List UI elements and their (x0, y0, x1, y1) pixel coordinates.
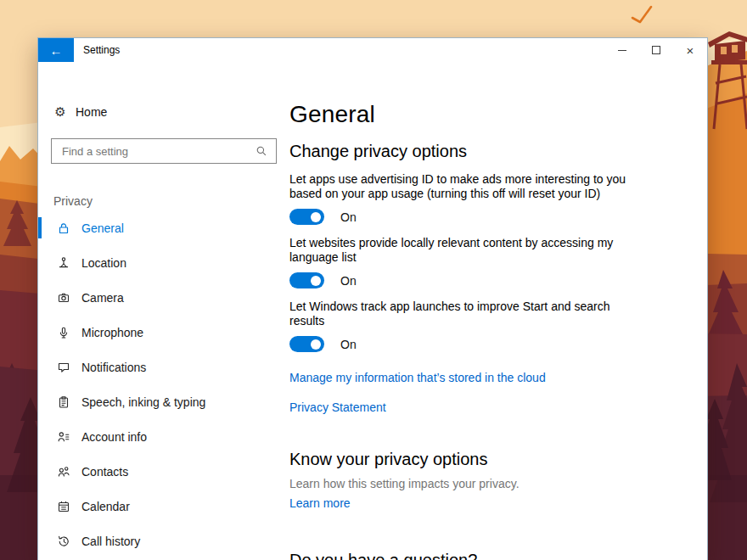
toggle-knob (311, 339, 321, 350)
people-icon (57, 465, 70, 479)
know-privacy-options-description: Learn how this setting impacts your priv… (289, 477, 707, 490)
minimize-button[interactable] (605, 38, 639, 62)
back-arrow-icon: ← (50, 43, 63, 58)
toggle-state-label: On (340, 338, 357, 351)
sidebar-section-header: Privacy (38, 194, 289, 210)
know-privacy-options-title: Know your privacy options (289, 450, 707, 469)
sidebar-item-label: Location (81, 256, 126, 270)
setting-description: Let apps use advertising ID to make ads … (289, 172, 646, 201)
camera-icon (57, 291, 70, 305)
sidebar-item-account-info[interactable]: Account info (38, 419, 289, 454)
calendar-icon (57, 500, 70, 513)
sidebar-item-label: Contacts (81, 465, 128, 479)
sidebar-item-calendar[interactable]: Calendar (38, 489, 289, 524)
toggle-knob (311, 212, 321, 222)
sidebar-item-contacts[interactable]: Contacts (38, 454, 289, 489)
search-input[interactable] (60, 144, 255, 159)
sidebar-item-label: General (81, 221, 124, 235)
setting-description: Let websites provide locally relevant co… (289, 236, 646, 265)
maximize-button[interactable] (639, 38, 673, 62)
search-icon (255, 144, 268, 158)
window-title: Settings (83, 44, 120, 56)
close-icon: × (687, 44, 694, 57)
language-list-toggle[interactable] (289, 272, 324, 288)
sidebar-item-location[interactable]: Location (38, 245, 289, 280)
learn-more-link[interactable]: Learn more (289, 496, 351, 510)
sidebar-item-label: Notifications (81, 361, 146, 374)
person-list-icon (57, 430, 70, 444)
back-button[interactable]: ← (38, 38, 74, 62)
sidebar-item-label: Camera (81, 291, 124, 305)
manage-cloud-info-link[interactable]: Manage my information that’s stored in t… (289, 371, 546, 384)
sidebar-item-camera[interactable]: Camera (38, 280, 289, 315)
sidebar-item-call-history[interactable]: Call history (38, 524, 289, 558)
sidebar-home-label: Home (76, 105, 107, 119)
sidebar-item-microphone[interactable]: Microphone (38, 315, 289, 350)
sidebar-item-speech-inking-typing[interactable]: Speech, inking & typing (38, 384, 289, 419)
privacy-statement-link[interactable]: Privacy Statement (289, 400, 386, 414)
page-title: General (289, 101, 707, 128)
close-button[interactable]: × (673, 38, 707, 62)
clipboard-icon (57, 395, 70, 409)
toggle-state-label: On (340, 210, 357, 224)
selected-indicator (38, 217, 42, 238)
microphone-icon (57, 326, 70, 339)
settings-main-content: General Change privacy options Let apps … (289, 62, 707, 560)
sidebar-item-label: Call history (81, 535, 140, 548)
toggle-state-label: On (340, 274, 357, 288)
sidebar-item-label: Calendar (81, 500, 130, 513)
title-bar[interactable]: ← Settings × (38, 38, 707, 62)
setting-description: Let Windows track app launches to improv… (289, 300, 646, 328)
section-title: Change privacy options (289, 142, 707, 161)
settings-sidebar: ⚙ Home Privacy General (38, 62, 289, 560)
speech-bubble-icon (57, 361, 70, 374)
lock-icon (57, 221, 70, 235)
sidebar-item-general[interactable]: General (38, 210, 289, 245)
sidebar-item-home[interactable]: ⚙ Home (38, 103, 289, 121)
sidebar-item-notifications[interactable]: Notifications (38, 350, 289, 384)
app-launch-tracking-toggle[interactable] (289, 336, 324, 352)
sidebar-item-label: Account info (81, 430, 147, 444)
gear-icon: ⚙ (53, 105, 67, 119)
settings-window: ← Settings × ⚙ Home Privacy (37, 37, 708, 560)
advertising-id-toggle[interactable] (289, 209, 324, 225)
call-history-icon (57, 535, 70, 548)
toggle-knob (311, 276, 321, 286)
question-title: Do you have a question? (289, 551, 707, 560)
minimize-icon (618, 50, 626, 51)
sidebar-item-label: Microphone (81, 326, 143, 339)
sidebar-item-label: Speech, inking & typing (81, 395, 205, 409)
maximize-icon (652, 46, 660, 54)
sidebar-nav-list: General Location Camera (38, 210, 289, 560)
location-icon (57, 256, 70, 270)
search-box[interactable] (51, 138, 277, 164)
